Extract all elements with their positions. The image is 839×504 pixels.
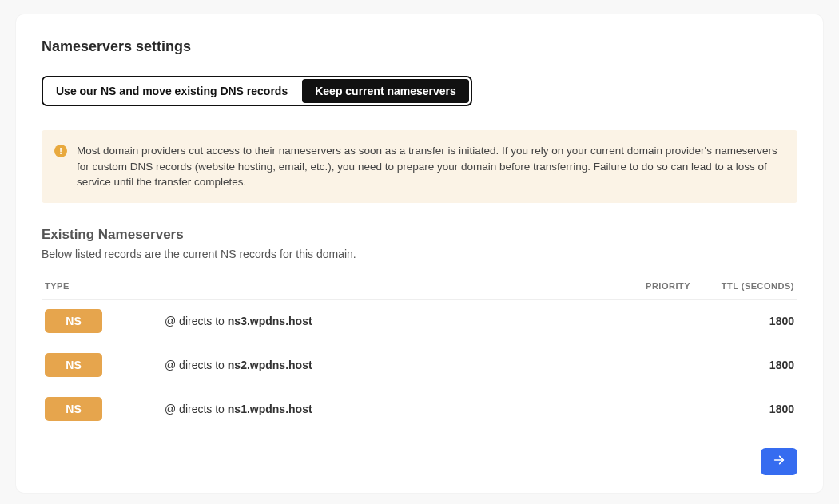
tab-keep-current-ns[interactable]: Keep current nameservers <box>302 79 469 103</box>
type-badge: NS <box>45 397 102 421</box>
table-row: NS @ directs to ns3.wpdns.host 1800 <box>42 299 797 343</box>
footer-actions <box>42 448 797 475</box>
ns-table-header: TYPE PRIORITY TTL (SECONDS) <box>42 281 797 299</box>
row-host: ns2.wpdns.host <box>228 359 312 371</box>
table-row: NS @ directs to ns1.wpdns.host 1800 <box>42 387 797 431</box>
table-row: NS @ directs to ns2.wpdns.host 1800 <box>42 343 797 387</box>
column-target <box>141 281 602 291</box>
row-target: @ directs to ns1.wpdns.host <box>141 403 602 415</box>
type-badge: NS <box>45 353 102 377</box>
existing-ns-subtitle: Below listed records are the current NS … <box>42 248 797 260</box>
warning-icon <box>54 145 67 157</box>
warning-text: Most domain providers cut access to thei… <box>77 143 783 190</box>
type-badge: NS <box>45 309 102 333</box>
warning-notice: Most domain providers cut access to thei… <box>42 130 797 203</box>
nameserver-mode-toggle: Use our NS and move existing DNS records… <box>42 76 472 106</box>
column-ttl: TTL (SECONDS) <box>690 281 794 291</box>
next-button[interactable] <box>761 448 797 475</box>
row-host: ns1.wpdns.host <box>228 403 312 415</box>
tab-use-our-ns[interactable]: Use our NS and move existing DNS records <box>43 77 300 105</box>
arrow-right-icon <box>771 454 787 469</box>
row-ttl: 1800 <box>690 359 794 371</box>
page-title: Nameservers settings <box>42 38 797 55</box>
row-target: @ directs to ns2.wpdns.host <box>141 359 602 371</box>
row-ttl: 1800 <box>690 403 794 415</box>
column-type: TYPE <box>45 281 141 291</box>
row-target: @ directs to ns3.wpdns.host <box>141 315 602 327</box>
column-priority: PRIORITY <box>602 281 690 291</box>
row-host: ns3.wpdns.host <box>228 315 312 327</box>
existing-ns-title: Existing Nameservers <box>42 227 797 243</box>
row-ttl: 1800 <box>690 315 794 327</box>
settings-card: Nameservers settings Use our NS and move… <box>16 14 823 493</box>
